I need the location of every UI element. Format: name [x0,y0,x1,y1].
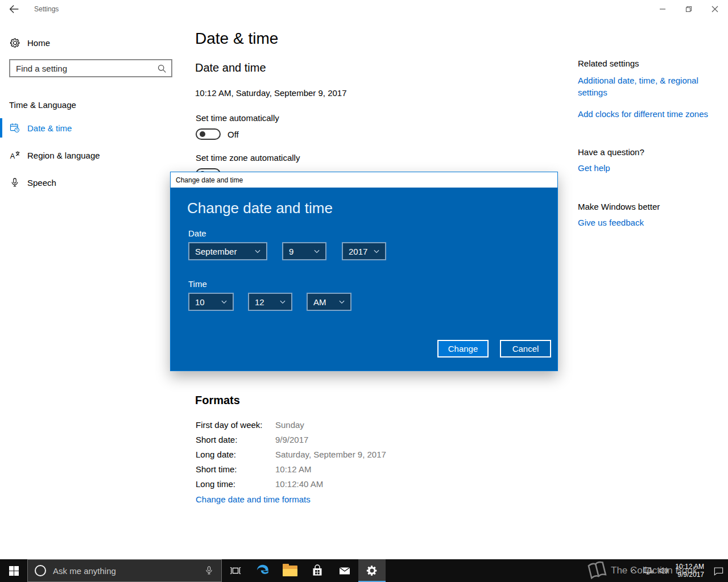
set-time-automatically-label: Set time automatically [196,113,279,123]
chevron-down-icon [313,247,321,255]
format-row-short-time: Short time:10:12 AM [196,464,491,479]
format-value: Sunday [275,420,304,430]
toggle-knob [200,131,205,137]
format-label: Long time: [196,479,275,489]
format-value: 9/9/2017 [275,435,308,444]
format-label: Short date: [196,435,275,444]
format-label: First day of week: [196,420,275,430]
format-row-first-day: First day of week:Sunday [196,420,491,435]
minute-value: 12 [255,297,279,307]
month-dropdown[interactable]: September [188,242,267,260]
chevron-down-icon [220,298,228,306]
day-value: 9 [289,247,313,256]
year-value: 2017 [349,247,373,256]
close-button[interactable] [702,0,728,18]
sidebar-item-date-time[interactable]: Date & time [0,118,188,138]
restore-button[interactable] [676,0,702,18]
task-view-button[interactable] [222,559,249,582]
sidebar-date-time-label: Date & time [27,123,72,133]
network-display-icon[interactable] [641,559,656,582]
sidebar-item-region-language[interactable]: A Region & language [0,146,188,165]
microphone-icon[interactable] [204,565,214,576]
sidebar-item-speech[interactable]: Speech [0,173,188,192]
formats-heading: Formats [195,394,240,407]
window-title: Settings [34,5,59,13]
date-label: Date [188,228,206,238]
chevron-down-icon [279,298,287,306]
add-clocks-link[interactable]: Add clocks for different time zones [578,109,712,119]
change-button[interactable]: Change [437,340,489,357]
dialog-titlebar: Change date and time [171,172,557,188]
dialog-titlebar-text: Change date and time [176,176,243,184]
additional-settings-link[interactable]: Additional date, time, & regional settin… [578,74,712,98]
sidebar-section-label: Time & Language [9,100,76,110]
day-dropdown[interactable]: 9 [282,242,326,260]
have-a-question-heading: Have a question? [578,147,712,157]
file-explorer-icon[interactable] [276,559,304,582]
set-time-automatically-toggle[interactable] [196,128,221,140]
gear-icon [366,564,378,577]
year-dropdown[interactable]: 2017 [342,242,386,260]
time-label: Time [188,279,207,289]
microphone-icon [9,177,20,188]
format-row-long-time: Long time:10:12:40 AM [196,479,491,494]
calendar-clock-icon [9,122,20,134]
format-row-short-date: Short date:9/9/2017 [196,435,491,450]
format-value: 10:12 AM [275,464,311,474]
sidebar-home-label: Home [27,38,50,48]
minute-dropdown[interactable]: 12 [248,293,292,311]
change-date-time-dialog: Change date and time Change date and tim… [170,172,558,371]
mail-icon[interactable] [331,559,358,582]
tray-date: 9/9/2017 [677,571,704,579]
current-datetime-text: 10:12 AM, Saturday, September 9, 2017 [195,88,347,98]
make-windows-better-heading: Make Windows better [578,202,712,211]
format-value: Saturday, September 9, 2017 [275,450,386,459]
minimize-button[interactable] [650,0,676,18]
action-center-icon[interactable] [709,559,728,582]
search-icon[interactable] [157,64,167,73]
taskbar-search-input[interactable] [53,566,204,576]
tray-clock[interactable]: 10:12 AM 9/9/2017 [671,559,709,582]
hour-dropdown[interactable]: 10 [188,293,234,311]
start-button[interactable] [0,559,27,582]
format-row-long-date: Long date:Saturday, September 9, 2017 [196,450,491,464]
search-input[interactable] [10,60,171,76]
format-label: Long date: [196,450,275,459]
sidebar-item-home[interactable]: Home [0,33,188,52]
hour-value: 10 [195,297,220,307]
gear-icon [9,37,20,48]
chevron-down-icon [254,247,262,255]
chevron-down-icon [373,247,380,255]
toggle-state-label: Off [228,130,239,139]
back-icon[interactable] [8,3,20,15]
sidebar-region-language-label: Region & language [27,151,100,160]
chevron-down-icon [338,298,346,306]
edge-icon[interactable] [249,559,276,582]
volume-icon[interactable] [656,559,671,582]
show-hidden-icons-chevron[interactable] [626,559,641,582]
month-value: September [195,247,254,256]
window-titlebar: Settings [0,0,728,18]
dialog-heading: Change date and time [187,199,333,217]
cortana-search-box[interactable] [27,559,222,582]
ampm-value: AM [313,297,338,307]
folder-icon [283,566,297,576]
section-title-date-and-time: Date and time [195,61,266,74]
store-icon[interactable] [304,559,331,582]
get-help-link[interactable]: Get help [578,163,712,173]
taskbar: 10:12 AM 9/9/2017 [0,559,728,582]
format-label: Short time: [196,464,275,474]
cortana-icon [35,565,46,576]
windows-logo-icon [9,566,19,576]
ampm-dropdown[interactable]: AM [307,293,351,311]
give-feedback-link[interactable]: Give us feedback [578,218,712,227]
region-language-icon: A [9,149,20,161]
sidebar-speech-label: Speech [27,178,56,188]
find-setting-searchbox[interactable] [9,59,172,77]
settings-app-button[interactable] [358,559,386,582]
change-formats-link[interactable]: Change date and time formats [196,494,311,504]
tray-time: 10:12 AM [675,563,704,571]
settings-window: Settings Home Time & Language Date & tim… [0,0,728,582]
page-title: Date & time [195,30,278,48]
cancel-button[interactable]: Cancel [500,340,551,357]
